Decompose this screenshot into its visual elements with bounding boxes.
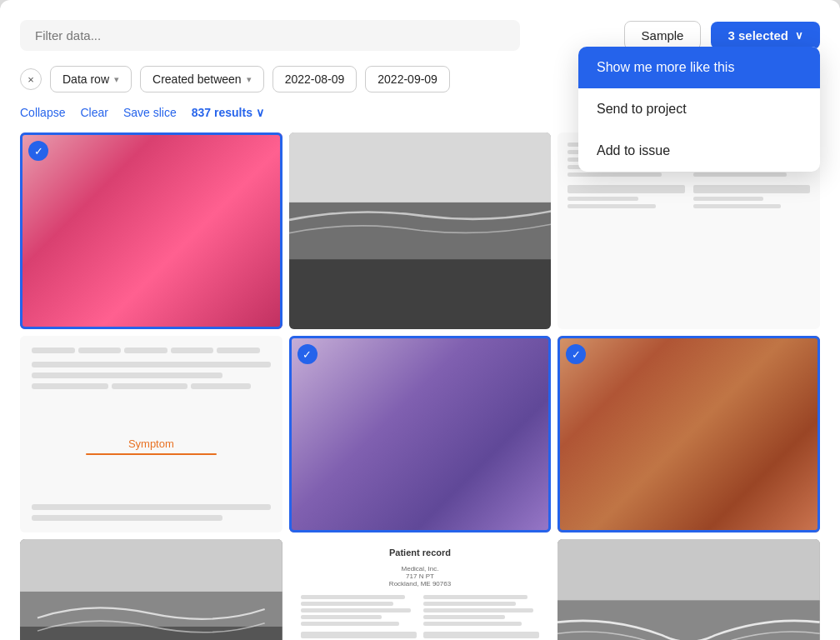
- svg-rect-3: [289, 259, 552, 329]
- created-between-label: Created between: [152, 72, 242, 86]
- oct-scan-svg: [289, 132, 552, 329]
- dropdown-item-show-more[interactable]: Show me more like this: [578, 47, 820, 88]
- dropdown-item-add-to-issue[interactable]: Add to issue: [578, 130, 820, 172]
- chevron-down-icon: ∨: [795, 29, 803, 42]
- dropdown-menu: Show me more like this Send to project A…: [578, 47, 820, 172]
- oct-scan-deep-svg: [20, 539, 282, 640]
- data-row-label: Data row: [62, 72, 109, 86]
- selected-button[interactable]: 3 selected ∨: [711, 22, 820, 49]
- svg-rect-5: [20, 539, 282, 592]
- sample-button[interactable]: Sample: [624, 21, 702, 50]
- selected-label: 3 selected: [728, 28, 788, 42]
- created-between-filter[interactable]: Created between ▾: [140, 66, 264, 92]
- main-window: Sample 3 selected ∨ × Data row ▾ Created…: [0, 0, 840, 640]
- grid-cell-6[interactable]: ✓: [558, 336, 820, 532]
- date-from-chip[interactable]: 2022-08-09: [272, 66, 358, 92]
- collapse-link[interactable]: Collapse: [20, 106, 65, 119]
- image-grid: ✓: [20, 132, 820, 640]
- dropdown-item-send-to-project[interactable]: Send to project: [578, 88, 820, 130]
- symptom-label: Symptom: [128, 438, 174, 450]
- selected-check-1: ✓: [28, 141, 48, 161]
- oct-scan-curved-svg: [558, 539, 820, 640]
- svg-rect-1: [289, 132, 552, 202]
- header-actions: Sample 3 selected ∨: [624, 21, 820, 50]
- date-from-label: 2022-08-09: [285, 72, 345, 86]
- grid-cell-7[interactable]: [20, 539, 282, 640]
- close-filter-button[interactable]: ×: [20, 68, 42, 90]
- grid-cell-5[interactable]: ✓: [289, 336, 552, 532]
- data-row-filter[interactable]: Data row ▾: [50, 66, 132, 92]
- results-badge[interactable]: 837 results ∨: [192, 106, 264, 119]
- grid-cell-4[interactable]: Symptom: [20, 336, 282, 532]
- date-to-label: 2022-09-09: [378, 72, 438, 86]
- svg-rect-6: [20, 592, 282, 627]
- grid-cell-2[interactable]: [289, 132, 552, 329]
- grid-cell-8[interactable]: Patient record Medical, Inc.717 N PTRock…: [289, 539, 552, 640]
- selected-check-5: ✓: [298, 344, 318, 364]
- svg-rect-10: [558, 539, 820, 600]
- close-icon: ×: [28, 73, 34, 86]
- results-chevron: ∨: [256, 106, 264, 119]
- filter-input[interactable]: [20, 20, 520, 51]
- results-count: 837 results: [192, 106, 252, 119]
- clear-link[interactable]: Clear: [80, 106, 108, 119]
- grid-cell-9[interactable]: [558, 539, 820, 640]
- selected-check-6: ✓: [566, 344, 586, 364]
- grid-cell-1[interactable]: ✓: [20, 132, 282, 329]
- date-to-chip[interactable]: 2022-09-09: [365, 66, 450, 92]
- patient-record-title: Patient record: [301, 548, 540, 558]
- save-slice-link[interactable]: Save slice: [123, 106, 177, 119]
- chevron-down-icon: ▾: [247, 74, 252, 85]
- chevron-down-icon: ▾: [114, 74, 119, 85]
